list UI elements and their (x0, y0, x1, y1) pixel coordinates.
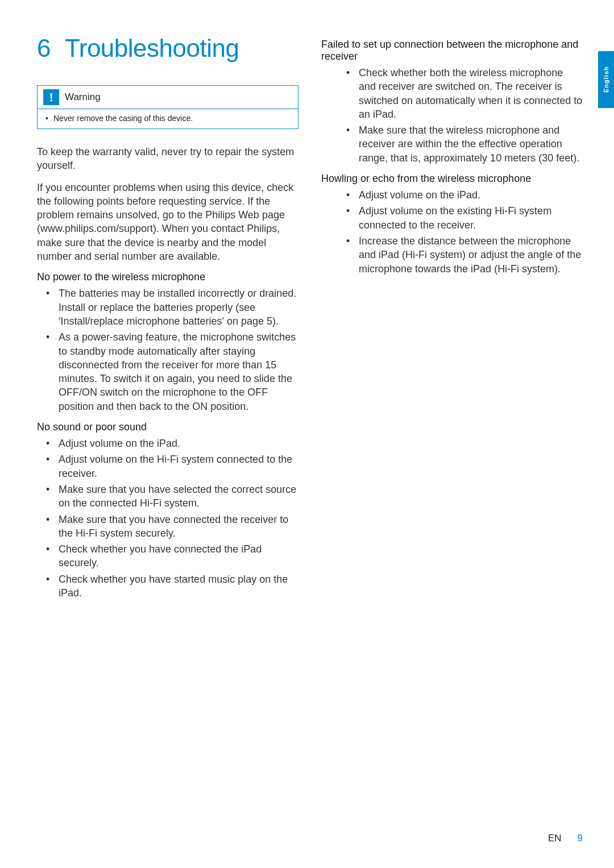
howling-list: Adjust volume on the iPad. Adjust volume… (321, 188, 583, 276)
nosound-list: Adjust volume on the iPad. Adjust volume… (37, 437, 298, 600)
list-item: Adjust volume on the existing Hi-Fi syst… (321, 204, 583, 232)
chapter-title-text: Troubleshooting (65, 34, 239, 62)
list-item: Make sure that you have selected the cor… (37, 483, 298, 510)
nopower-list: The batteries may be installed incorrect… (37, 286, 298, 413)
chapter-heading: 6Troubleshooting (37, 34, 298, 63)
list-item: Make sure that the wireless microphone a… (321, 123, 583, 165)
section-head-howling: Howling or echo from the wireless microp… (321, 173, 583, 185)
warning-label: Warning (65, 92, 101, 103)
right-column: Failed to set up connection between the … (321, 34, 583, 608)
list-item: Increase the distance between the microp… (321, 234, 583, 276)
warning-header: ! Warning (38, 86, 298, 109)
list-item: Check whether both the wireless micropho… (321, 66, 583, 121)
left-column: 6Troubleshooting ! Warning Never remove … (37, 34, 298, 608)
list-item: Adjust volume on the iPad. (37, 437, 298, 450)
warning-icon: ! (43, 89, 59, 105)
page-content: 6Troubleshooting ! Warning Never remove … (0, 0, 614, 630)
list-item: Adjust volume on the Hi-Fi system connec… (37, 452, 298, 480)
section-head-nosound: No sound or poor sound (37, 421, 298, 433)
list-item: The batteries may be installed incorrect… (37, 286, 298, 328)
list-item: As a power-saving feature, the microphon… (37, 330, 298, 413)
intro-p1: To keep the warranty valid, never try to… (37, 145, 298, 173)
warning-body: Never remove the casing of this device. (38, 109, 298, 128)
language-tab: English (598, 51, 614, 108)
warning-item: Never remove the casing of this device. (45, 114, 290, 123)
page-footer: EN 9 (548, 833, 583, 844)
failedconn-list: Check whether both the wireless micropho… (321, 66, 583, 165)
list-item: Check whether you have started music pla… (37, 572, 298, 600)
list-item: Check whether you have connected the iPa… (37, 542, 298, 570)
list-item: Make sure that you have connected the re… (37, 513, 298, 541)
section-head-failedconn: Failed to set up connection between the … (321, 39, 583, 63)
intro-p2: If you encounter problems when using thi… (37, 181, 298, 264)
section-head-nopower: No power to the wireless microphone (37, 271, 298, 283)
warning-box: ! Warning Never remove the casing of thi… (37, 85, 298, 129)
footer-language: EN (548, 833, 562, 844)
list-item: Adjust volume on the iPad. (321, 188, 583, 202)
chapter-number: 6 (37, 34, 51, 62)
footer-page-number: 9 (578, 833, 583, 844)
